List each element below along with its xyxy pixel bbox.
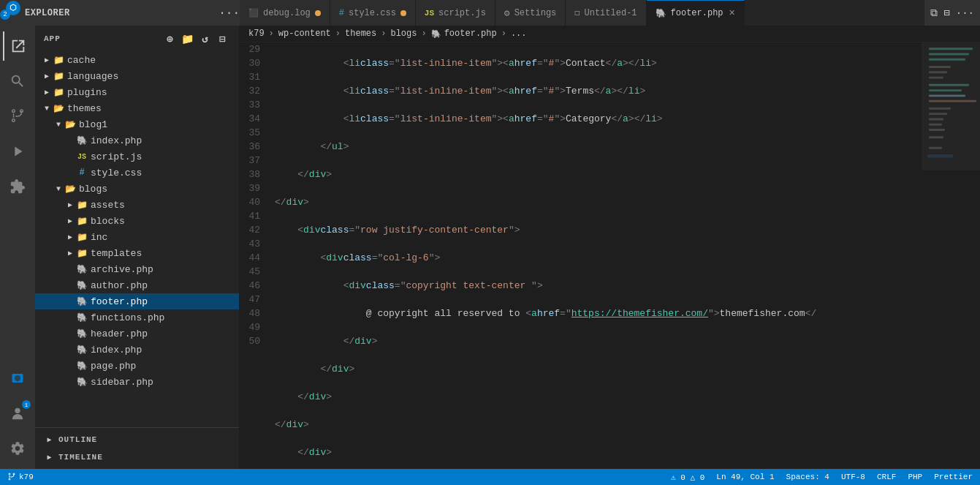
- status-encoding[interactable]: UTF-8: [841, 473, 865, 481]
- status-spaces[interactable]: Spaces: 4: [786, 473, 829, 481]
- breadcrumb-sep-2: ›: [335, 29, 341, 39]
- folder-icon-blogs: 📂: [64, 183, 76, 195]
- tab-footer-php[interactable]: 🐘 footer.php ×: [647, 0, 745, 26]
- code-line-40: </div>: [275, 362, 916, 376]
- tree-item-blogs[interactable]: ▼ 📂 blogs: [35, 181, 239, 197]
- tree-item-index-php[interactable]: 🐘 index.php: [35, 342, 239, 358]
- status-language[interactable]: PHP: [908, 473, 922, 481]
- tree-label-archive: archive.php: [91, 264, 153, 275]
- activity-extensions[interactable]: [3, 172, 32, 201]
- split-editor-icon[interactable]: ⧉: [930, 7, 938, 19]
- activity-remote[interactable]: [3, 364, 32, 393]
- status-line-col[interactable]: Ln 49, Col 1: [716, 473, 774, 481]
- code-content[interactable]: <li class="list-inline-item"><a href="#"…: [269, 42, 922, 469]
- status-errors[interactable]: ⚠ 0 △ 0: [671, 473, 704, 482]
- tab-close-button[interactable]: ×: [729, 7, 735, 19]
- code-line-38: @ copyright all reserved to <a href="htt…: [275, 307, 916, 320]
- app-icon-container: ⬡ 2: [6, 1, 20, 26]
- sidebar-bottom: ▶ OUTLINE ▶ TIMELINE: [35, 427, 239, 469]
- tree-label-languages: languages: [67, 71, 118, 82]
- layout-icon[interactable]: ⊟: [943, 7, 949, 19]
- sidebar: APP ⊕ 📁 ↺ ⊟ ▶ 📁 cache ▶ 📁: [35, 26, 240, 469]
- status-branch[interactable]: k79: [7, 473, 34, 481]
- activity-account[interactable]: 1: [3, 399, 32, 428]
- line-num-48: 48: [246, 307, 260, 320]
- outline-section[interactable]: ▶ OUTLINE: [35, 431, 239, 448]
- tab-script-js[interactable]: JS script.js: [416, 0, 495, 26]
- tree-item-archive-php[interactable]: 🐘 archive.php: [35, 261, 239, 277]
- breadcrumb-footer-php[interactable]: footer.php: [444, 29, 497, 39]
- tree-item-plugins[interactable]: ▶ 📁 plugins: [35, 84, 239, 100]
- tree-item-blocks[interactable]: ▶ 📁 blocks: [35, 213, 239, 229]
- tree-item-sidebar-php[interactable]: 🐘 sidebar.php: [35, 374, 239, 390]
- tree-item-blog1[interactable]: ▼ 📂 blog1: [35, 116, 239, 132]
- tree-item-blog1-index-php[interactable]: ▶ 🐘 index.php: [35, 132, 239, 148]
- tree-label-index: index.php: [91, 345, 142, 356]
- breadcrumb-sep-5: ›: [501, 29, 506, 39]
- php-icon: 🐘: [656, 8, 666, 19]
- folder-icon-themes: 📂: [53, 102, 64, 114]
- tree-item-assets[interactable]: ▶ 📁 assets: [35, 197, 239, 213]
- code-line-43: </div>: [275, 445, 916, 459]
- breadcrumb-wp-content[interactable]: wp-content: [278, 29, 331, 39]
- new-folder-button[interactable]: 📁: [181, 31, 195, 46]
- tree-arrow-blogs: ▼: [53, 183, 64, 195]
- tree-item-blog1-style-css[interactable]: ▶ # style.css: [35, 165, 239, 181]
- activity-run[interactable]: [3, 137, 32, 166]
- breadcrumb-themes[interactable]: themes: [345, 29, 376, 39]
- status-prettier[interactable]: Prettier: [934, 473, 973, 481]
- activity-search[interactable]: [3, 67, 32, 96]
- tab-style-css[interactable]: # style.css: [330, 0, 416, 26]
- tree-label-blogs: blogs: [79, 184, 107, 195]
- tree-label-functions: functions.php: [91, 312, 164, 323]
- breadcrumb-k79[interactable]: k79: [248, 29, 265, 39]
- outline-arrow: ▶: [44, 434, 56, 445]
- php-icon-blog1-index: 🐘: [76, 135, 88, 146]
- code-line-41: </div>: [275, 390, 916, 404]
- tree-item-author-php[interactable]: 🐘 author.php: [35, 277, 239, 293]
- sidebar-header-actions: ⊕ 📁 ↺ ⊟: [163, 31, 230, 46]
- line-num-32: 32: [246, 84, 260, 98]
- tree-item-cache[interactable]: ▶ 📁 cache: [35, 52, 239, 68]
- tree-label-cache: cache: [67, 55, 96, 66]
- folder-icon-inc: 📁: [76, 231, 88, 243]
- code-line-29: <li class="list-inline-item"><a href="#"…: [275, 56, 916, 70]
- folder-icon-languages: 📁: [53, 70, 64, 82]
- timeline-section[interactable]: ▶ TIMELINE: [35, 448, 239, 466]
- tree-item-templates[interactable]: ▶ 📁 templates: [35, 245, 239, 261]
- tab-settings[interactable]: ⚙ Settings: [495, 0, 566, 26]
- tree-item-themes[interactable]: ▼ 📂 themes: [35, 100, 239, 116]
- breadcrumb-ellipsis[interactable]: ...: [511, 29, 527, 39]
- tree-item-header-php[interactable]: 🐘 header.php: [35, 326, 239, 342]
- tab-untitled-1-label: Untitled-1: [585, 8, 637, 18]
- js-icon: JS: [425, 9, 434, 18]
- tree-item-functions-php[interactable]: 🐘 functions.php: [35, 309, 239, 326]
- tree-label-templates: templates: [91, 248, 142, 259]
- tree-item-footer-php[interactable]: 🐘 footer.php: [35, 293, 239, 309]
- tree-item-inc[interactable]: ▶ 📁 inc: [35, 229, 239, 245]
- tab-untitled-1[interactable]: ◻ Untitled-1: [566, 0, 646, 26]
- breadcrumb-blogs[interactable]: blogs: [390, 29, 417, 39]
- status-line-endings[interactable]: CRLF: [877, 473, 896, 481]
- more-actions-icon[interactable]: ···: [956, 7, 974, 19]
- activity-explorer[interactable]: [3, 31, 32, 61]
- tree-item-page-php[interactable]: 🐘 page.php: [35, 358, 239, 374]
- new-file-button[interactable]: ⊕: [163, 31, 178, 46]
- tree-item-blog1-script-js[interactable]: ▶ JS script.js: [35, 148, 239, 165]
- status-bar: k79 ⚠ 0 △ 0 Ln 49, Col 1 Spaces: 4 UTF-8…: [0, 469, 980, 485]
- breadcrumb-file-icon: 🐘: [431, 29, 441, 39]
- tab-debug-log[interactable]: ⬛ debug.log: [240, 0, 330, 26]
- breadcrumb-sep-1: ›: [269, 29, 274, 39]
- collapse-button[interactable]: ⊟: [216, 31, 230, 46]
- timeline-arrow: ▶: [44, 451, 56, 463]
- php-icon-sidebar: 🐘: [76, 376, 88, 388]
- folder-icon-cache: 📁: [53, 54, 64, 66]
- tree-label-plugins: plugins: [67, 87, 107, 98]
- tree-item-languages[interactable]: ▶ 📁 languages: [35, 68, 239, 84]
- activity-source-control[interactable]: [3, 102, 32, 131]
- tab-style-css-label: style.css: [349, 8, 396, 18]
- panel-menu-button[interactable]: ···: [219, 7, 240, 20]
- breadcrumb-sep-4: ›: [421, 29, 426, 39]
- activity-settings[interactable]: [3, 434, 32, 463]
- refresh-button[interactable]: ↺: [198, 31, 213, 46]
